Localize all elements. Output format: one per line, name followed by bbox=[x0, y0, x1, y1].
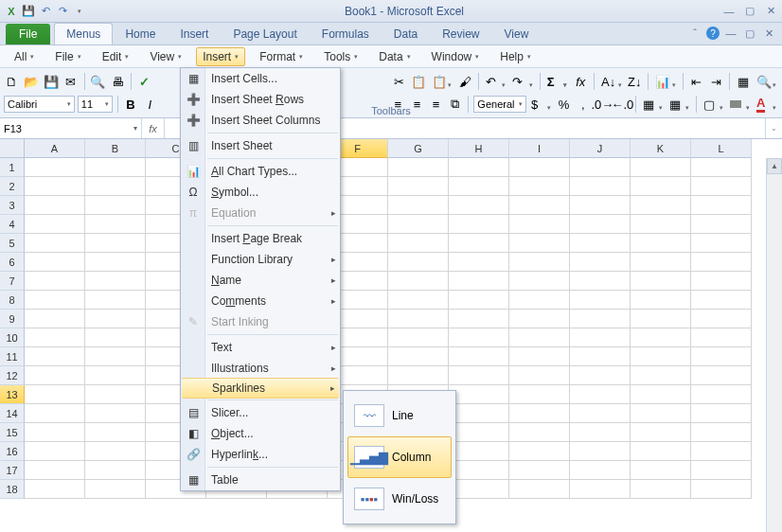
font-name-combo[interactable]: Calibri▾ bbox=[4, 96, 75, 113]
tab-page-layout[interactable]: Page Layout bbox=[221, 23, 309, 44]
sort-desc-icon[interactable]: Z↓ bbox=[627, 73, 644, 90]
italic-icon[interactable]: I bbox=[142, 96, 158, 113]
select-all-corner[interactable] bbox=[0, 139, 25, 158]
align-center-icon[interactable]: ≡ bbox=[409, 96, 425, 113]
increase-decimal-icon[interactable]: .0→ bbox=[594, 96, 611, 113]
menu-item-function-library[interactable]: Function Library▸ bbox=[181, 249, 340, 270]
menu-item-comments[interactable]: Comments▸ bbox=[181, 291, 340, 311]
row-header[interactable]: 9 bbox=[0, 310, 25, 328]
menu-item-object[interactable]: ◧Object... bbox=[181, 423, 340, 444]
column-header[interactable]: I bbox=[509, 139, 570, 158]
menu-item-symbol[interactable]: ΩSymbol... bbox=[181, 182, 340, 203]
indent-icon[interactable]: ⇥ bbox=[707, 73, 724, 90]
copy-icon[interactable]: 📋 bbox=[410, 73, 427, 90]
fx-icon[interactable]: fx bbox=[572, 73, 589, 90]
menu-item-sparklines[interactable]: Sparklines▸ bbox=[182, 378, 339, 399]
menu-item-table[interactable]: ▦Table bbox=[181, 470, 340, 490]
toggle-icon[interactable]: ▦ bbox=[735, 73, 752, 90]
expand-formula-icon[interactable]: ⌄ bbox=[765, 118, 782, 138]
open-icon[interactable]: 📂 bbox=[24, 73, 41, 90]
column-header[interactable]: K bbox=[631, 139, 691, 158]
autosum-icon[interactable]: Σ bbox=[545, 73, 570, 90]
menu-item-insert-rows[interactable]: ➕Insert Sheet Rows bbox=[181, 89, 340, 110]
row-header[interactable]: 4 bbox=[0, 215, 25, 234]
menu-help[interactable]: Help▾ bbox=[493, 47, 538, 66]
tab-formulas[interactable]: Formulas bbox=[310, 23, 382, 44]
print-icon[interactable]: 🖶 bbox=[109, 73, 126, 90]
tab-view[interactable]: View bbox=[492, 23, 542, 44]
row-header[interactable]: 6 bbox=[0, 253, 25, 272]
window-restore-icon[interactable]: ▢ bbox=[742, 26, 757, 41]
cut-icon[interactable]: ✂ bbox=[390, 73, 407, 90]
menu-item-page-break[interactable]: Insert Page Break bbox=[181, 228, 340, 249]
submenu-item-line[interactable]: 〰Line bbox=[347, 395, 452, 436]
column-header[interactable]: J bbox=[570, 139, 631, 158]
row-header[interactable]: 15 bbox=[0, 423, 25, 442]
mail-icon[interactable]: ✉ bbox=[62, 73, 80, 90]
row-header[interactable]: 14 bbox=[0, 404, 25, 423]
outdent-icon[interactable]: ⇤ bbox=[688, 73, 705, 90]
percent-icon[interactable]: % bbox=[556, 96, 572, 113]
column-header[interactable]: A bbox=[25, 139, 85, 158]
menu-window[interactable]: Window▾ bbox=[425, 47, 487, 66]
tab-data[interactable]: Data bbox=[382, 23, 430, 44]
paste-icon[interactable]: 📋 bbox=[430, 73, 454, 90]
row-header[interactable]: 5 bbox=[0, 234, 25, 253]
menu-data[interactable]: Data▾ bbox=[372, 47, 417, 66]
sort-asc-icon[interactable]: A↓ bbox=[599, 73, 624, 90]
fx-button[interactable]: fx bbox=[142, 118, 165, 138]
new-icon[interactable]: 🗋 bbox=[4, 73, 21, 90]
tab-home[interactable]: Home bbox=[113, 23, 168, 44]
tab-insert[interactable]: Insert bbox=[168, 23, 221, 44]
column-header[interactable]: H bbox=[449, 139, 509, 158]
menu-item-name[interactable]: Name▸ bbox=[181, 270, 340, 291]
print-preview-icon[interactable]: 🔍 bbox=[90, 73, 107, 90]
menu-view[interactable]: View▾ bbox=[143, 47, 188, 66]
spell-icon[interactable]: ✓ bbox=[136, 73, 153, 90]
tab-file[interactable]: File bbox=[6, 24, 50, 44]
menu-file[interactable]: File▾ bbox=[48, 47, 87, 66]
row-header[interactable]: 13 bbox=[0, 385, 25, 404]
row-header[interactable]: 3 bbox=[0, 196, 25, 215]
format-painter-icon[interactable]: 🖌 bbox=[456, 73, 473, 90]
save-icon[interactable]: 💾 bbox=[21, 4, 36, 19]
row-header[interactable]: 17 bbox=[0, 461, 25, 480]
table-format-icon[interactable]: ▦ bbox=[667, 96, 691, 113]
number-format-combo[interactable]: General▾ bbox=[473, 96, 526, 113]
row-header[interactable]: 12 bbox=[0, 366, 25, 385]
undo-icon[interactable]: ↶ bbox=[38, 4, 53, 19]
window-min-icon[interactable]: ― bbox=[723, 26, 738, 41]
minimize-button[interactable]: ― bbox=[721, 5, 737, 18]
font-size-combo[interactable]: 11▾ bbox=[78, 96, 113, 113]
borders-icon[interactable]: ▢ bbox=[702, 96, 725, 113]
menu-edit[interactable]: Edit▾ bbox=[96, 47, 136, 66]
row-header[interactable]: 18 bbox=[0, 480, 25, 499]
help-icon[interactable]: ? bbox=[706, 27, 720, 40]
menu-all[interactable]: All▾ bbox=[8, 47, 41, 66]
fill-color-icon[interactable] bbox=[728, 96, 752, 113]
row-header[interactable]: 10 bbox=[0, 328, 25, 347]
zoom-icon[interactable]: 🔍 bbox=[755, 73, 779, 90]
vertical-scrollbar[interactable]: ▲ bbox=[766, 158, 782, 532]
comma-icon[interactable]: , bbox=[575, 96, 591, 113]
cond-format-icon[interactable]: ▦ bbox=[641, 96, 665, 113]
align-right-icon[interactable]: ≡ bbox=[428, 96, 444, 113]
name-box[interactable]: F13▾ bbox=[0, 118, 142, 138]
column-header[interactable]: B bbox=[85, 139, 146, 158]
maximize-button[interactable]: ▢ bbox=[742, 5, 757, 18]
submenu-item-winloss[interactable]: ▪▪▪▪Win/Loss bbox=[347, 478, 452, 520]
redo-icon[interactable]: ↷ bbox=[55, 4, 70, 19]
menu-item-insert-columns[interactable]: ➕Insert Sheet Columns bbox=[181, 110, 340, 131]
menu-format[interactable]: Format▾ bbox=[253, 47, 310, 66]
menu-item-all-chart-types[interactable]: 📊All Chart Types... bbox=[181, 161, 340, 182]
column-header[interactable]: G bbox=[388, 139, 449, 158]
row-header[interactable]: 16 bbox=[0, 442, 25, 461]
row-header[interactable]: 11 bbox=[0, 347, 25, 366]
font-color-icon[interactable]: A bbox=[755, 96, 778, 113]
menu-item-slicer[interactable]: ▤Slicer... bbox=[181, 402, 340, 423]
bold-icon[interactable]: B bbox=[122, 96, 138, 113]
row-header[interactable]: 1 bbox=[0, 158, 25, 177]
scroll-up-button[interactable]: ▲ bbox=[767, 158, 782, 174]
submenu-item-column[interactable]: ▁▃▅▇Column bbox=[347, 436, 452, 478]
menu-item-illustrations[interactable]: Illustrations▸ bbox=[181, 358, 340, 379]
